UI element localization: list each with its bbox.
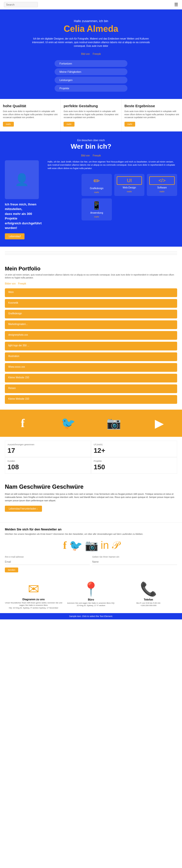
stat-clients-label: Kunden (7, 460, 88, 462)
email-input[interactable] (5, 559, 90, 565)
footer-location-detail: 22 King St. Sydney, 17 IT section (62, 604, 120, 607)
anwendung-more[interactable]: mehr (84, 216, 110, 218)
portfolio-grid: Wein Kosmetik Grafikdesign Marketingmate… (5, 288, 177, 404)
webdesign-more[interactable]: mehr (117, 190, 142, 193)
portfolio-item-website150b[interactable]: Kleine Website 150 (5, 395, 177, 404)
portfolio-section: Mein Portfolio Ut enim ad minim veniam, … (0, 260, 182, 410)
stat-clients-value: 108 (7, 463, 88, 471)
blog-section: Nam Geschwüre Geschwüre Etiam at velit s… (0, 477, 182, 523)
portfolio-item-website150[interactable]: Kleine Website 150 (5, 374, 177, 382)
footer-location-title: Büro (62, 598, 120, 601)
about-toggle-freepik[interactable]: Freepik (93, 154, 101, 157)
software-label: Software (149, 186, 175, 189)
software-more[interactable]: mehr (149, 190, 175, 193)
feature-design-btn[interactable]: mehr (64, 122, 74, 127)
name-input[interactable] (92, 559, 177, 565)
feature-results: Beste Ergebnisse Duis aute irure dolor i… (122, 99, 182, 131)
nl-linkedin-icon[interactable]: in (101, 539, 109, 552)
nl-instagram-icon[interactable]: 📷 (85, 539, 98, 552)
footer-phone-block: 📞 Telefon Mo-Fr von 9:00 bis 5:00 Uhr +1… (120, 581, 177, 609)
nav-leistungen[interactable]: Leistungen (55, 76, 127, 84)
toggle-freepik[interactable]: Freepik (93, 53, 101, 55)
stat-uf-value: 12+ (94, 447, 175, 455)
about-left: 👤 Ich freue mich, Ihnen mitzuteilen, das… (5, 160, 44, 239)
portfolio-toggle-freepik[interactable]: Freepik (18, 282, 26, 285)
footer-phone-title: Telefon (120, 598, 177, 601)
divider-line-2 (5, 253, 177, 253)
portfolio-toggle-bild[interactable]: Bilder von (5, 282, 16, 285)
features-section: hohe Qualität Duis aute irure dolor in r… (0, 99, 182, 131)
stat-awards-label: Auszeichnungen gewonnen (7, 443, 88, 446)
portfolio-item-reisen[interactable]: Reisen (5, 384, 177, 393)
hero-name: Celia Almeda (7, 24, 175, 34)
stat-awards-value: 17 (7, 447, 88, 455)
feature-results-desc: Duis aute irure dolor in reprehenderit i… (124, 110, 179, 119)
portfolio-item-grafik[interactable]: Grafikdesign (5, 310, 177, 318)
youtube-icon[interactable]: ▶ (136, 410, 182, 437)
newsletter-form: Ihre e-mail-adresse Geben Sie Ihren Name… (5, 556, 177, 565)
stat-projects-value: 150 (94, 463, 175, 471)
anwendung-icon: 📱 (84, 201, 110, 210)
footer-phone-detail: +100-200-000-000 (120, 604, 177, 607)
feature-quality: hohe Qualität Duis aute irure dolor in r… (0, 99, 61, 131)
about-toggle-bild[interactable]: Bild von (81, 154, 90, 157)
portfolio-toggle: Bilder von Freepik (5, 282, 177, 285)
nl-pinterest-icon[interactable]: 𝒫 (111, 539, 119, 552)
feature-results-btn[interactable]: mehr (124, 122, 135, 127)
grafikdesign-more[interactable]: mehr (84, 191, 110, 193)
portfolio-item-www[interactable]: Www.xxxxx.xxx (5, 363, 177, 372)
blog-cta-button[interactable]: Lebenslauf herunterladen ↓ (5, 506, 42, 512)
webdesign-icon: UI (117, 176, 142, 185)
webdesign-label: Web-Design (117, 186, 142, 189)
stat-projects-label: Projekte (94, 460, 175, 462)
toggle-bild[interactable]: Bild von (81, 53, 90, 55)
newsletter-submit-button[interactable]: Senden (5, 567, 18, 572)
newsletter-title: Melden Sie sich für den Newsletter an (5, 527, 177, 531)
footer-phone-text: Mo-Fr von 9:00 bis 5:00 Uhr (120, 602, 177, 604)
service-software: </> Software mehr (147, 174, 177, 196)
footer-email-block: ✉ Diagramm zu uns Unser freundliches Tea… (5, 581, 62, 609)
search-input[interactable] (4, 2, 38, 7)
footer-contact-section: ✉ Diagramm zu uns Unser freundliches Tea… (0, 577, 182, 613)
about-cta-button[interactable]: Lebenslauf (5, 233, 25, 239)
portfolio-item-marketing[interactable]: Marketingmateri... (5, 320, 177, 329)
portfolio-item-illustration[interactable]: Illustration (5, 352, 177, 361)
stat-projects: Projekte 150 (91, 457, 177, 474)
hamburger-icon[interactable]: ☰ (174, 2, 178, 7)
hero-greeting: Hallo zusammen, ich bin (7, 19, 175, 23)
software-icon: </> (149, 176, 175, 185)
hero-nav: Fortsetzen Meine Fähigkeiten Leistungen … (55, 60, 127, 92)
stats-section: Auszeichnungen gewonnen 17 Uf (mich) 12+… (0, 437, 182, 477)
facebook-icon[interactable]: f (0, 410, 46, 437)
feature-results-title: Beste Ergebnisse (124, 104, 179, 108)
about-boast: Ich freue mich, Ihnen mitzuteilen, dass … (5, 202, 44, 230)
nl-twitter-icon[interactable]: 🐦 (69, 539, 83, 552)
stat-uf-label: Uf (mich) (94, 443, 175, 446)
hero-toggle: Bild von Freepik (7, 53, 175, 55)
portfolio-item-wein[interactable]: Wein (5, 288, 177, 297)
nav-fahigkeiten[interactable]: Meine Fähigkeiten (55, 68, 127, 75)
header: ☰ (0, 0, 182, 9)
blog-text: Etiam at velit scelerisque in dictum non… (5, 493, 177, 502)
service-grafikdesign: ✏ Grafikdesign mehr (82, 174, 112, 196)
email-label: Ihre e-mail-adresse (5, 556, 90, 558)
newsletter-social-icons: f 🐦 📷 in 𝒫 (5, 539, 177, 552)
social-row: f 🐦 📷 ▶ (0, 410, 182, 437)
footer-location-text: kommen Sie und sagen Sie Hallo in unsere… (62, 602, 120, 604)
services-grid: ✏ Grafikdesign mehr UI Web-Design mehr <… (82, 174, 177, 220)
instagram-icon[interactable]: 📷 (91, 410, 136, 437)
about-section: Ein bisschen über mich Wer bin ich? Bild… (0, 131, 182, 247)
portfolio-item-designer[interactable]: designerphoto.xxx (5, 331, 177, 340)
grafikdesign-icon: ✏ (84, 176, 110, 186)
about-description: Hallo, ich bin Jack Smith. Klicken Sie h… (48, 160, 177, 170)
newsletter-section: Melden Sie sich für den Newsletter an Mö… (0, 522, 182, 577)
portfolio-item-kosmetik[interactable]: Kosmetik (5, 299, 177, 308)
feature-quality-btn[interactable]: mehr (3, 122, 14, 127)
nav-fortsetzen[interactable]: Fortsetzen (55, 60, 127, 67)
portfolio-item-light[interactable]: light logo dei 350 ... (5, 342, 177, 350)
footer-email-detail: HQ: 22 King St. Sydney, IT section Sydne… (5, 607, 62, 609)
twitter-icon[interactable]: 🐦 (46, 410, 91, 437)
nl-facebook-icon[interactable]: f (63, 539, 67, 552)
nav-projekte[interactable]: Projekte (55, 85, 127, 92)
feature-quality-desc: Duis aute irure dolor in reprehenderit i… (3, 110, 58, 119)
